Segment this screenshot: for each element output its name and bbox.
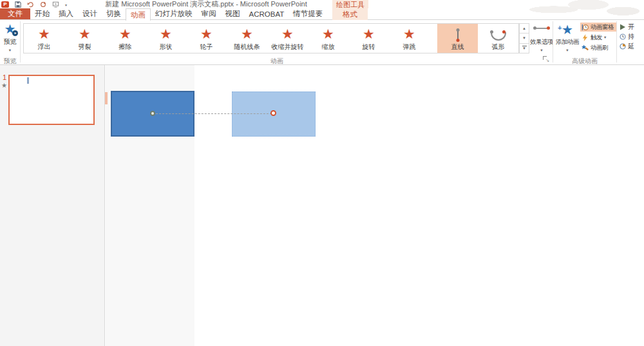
motion-path-icon <box>457 25 459 42</box>
animation-painter-icon <box>582 44 589 52</box>
animation-gallery-item-label: 劈裂 <box>79 43 91 52</box>
animation-gallery-item-label: 擦除 <box>119 43 132 52</box>
motion-path-dashed-line[interactable] <box>156 113 272 114</box>
animation-gallery-item[interactable]: 随机线条 <box>227 24 267 53</box>
ribbon-tab[interactable]: 情节提要 <box>289 8 327 19</box>
timing-control[interactable]: 持 <box>620 33 644 40</box>
ribbon-tab[interactable]: 格式 <box>332 8 368 20</box>
animation-star-icon <box>281 25 294 42</box>
timing-group-clipped: 开 持 延 <box>620 23 644 50</box>
animation-style-gallery: 浮出 劈裂 擦除 形状 轮子 随机线条 <box>23 23 519 53</box>
ribbon-tab-label: 格式 <box>343 10 357 19</box>
add-animation-button[interactable]: ★ 添加动画 ▾ <box>554 23 581 60</box>
ribbon-tab[interactable]: 设计 <box>78 8 102 19</box>
ribbon-tab-label: 视图 <box>225 9 240 19</box>
motion-path-icon <box>491 25 506 42</box>
preview-button[interactable]: ★ 预览 ▾ <box>1 22 19 55</box>
ribbon-tab-label: 幻灯片放映 <box>155 9 193 19</box>
advanced-animation-button[interactable]: 动画窗格 ▾ <box>580 23 617 32</box>
animation-gallery-item[interactable]: 收缩并旋转 <box>267 24 308 53</box>
ribbon-tab[interactable]: 动画 <box>126 8 151 21</box>
advanced-animation-button[interactable]: 触发 ▾ <box>580 33 617 42</box>
preview-star-icon: ★ <box>5 22 16 36</box>
animation-gallery-item[interactable]: 旋转 <box>348 24 389 53</box>
dropdown-arrow-icon: ▾ <box>604 35 606 39</box>
ribbon-tab[interactable]: 幻灯片放映 <box>151 8 197 19</box>
ribbon-tab[interactable]: 插入 <box>54 8 78 19</box>
animation-star-icon <box>160 25 172 42</box>
preview-group-label: 预览 <box>0 57 20 66</box>
ribbon-tab-label: 审阅 <box>202 9 216 19</box>
gallery-scroll-up-button[interactable]: ▲ <box>519 23 529 34</box>
timing-label-clipped: 持 <box>628 32 634 41</box>
title-bar: P ▾ 新建 Microsoft PowerPoint 演示文稿.pptx - … <box>0 0 644 8</box>
add-animation-label: 添加动画 <box>556 38 579 46</box>
effect-options-icon <box>535 28 549 29</box>
ribbon-tab[interactable]: 开始 <box>30 8 54 19</box>
animation-star-icon <box>79 25 91 42</box>
animation-gallery-item-label: 弹跳 <box>403 43 416 52</box>
animation-gallery-item-label: 轮子 <box>200 43 213 52</box>
motion-path-start-point[interactable] <box>150 111 155 116</box>
add-animation-dropdown-arrow-icon: ▾ <box>566 48 568 52</box>
slide-thumbnail-panel: 1 ★ <box>0 65 105 346</box>
advanced-animation-button[interactable]: 动画刷 ▾ <box>580 43 617 52</box>
contextual-tool-header: 绘图工具 <box>332 0 368 8</box>
motion-path-end-point[interactable] <box>270 110 276 116</box>
gallery-scrollbar: ▲ ▼ ▼ <box>519 23 529 53</box>
animation-star-icon <box>119 25 131 42</box>
effect-options-dropdown-arrow-icon: ▾ <box>540 48 542 52</box>
animation-gallery-item-label: 浮出 <box>38 43 51 52</box>
slide-number: 1 <box>3 73 6 81</box>
motion-path-gallery-item[interactable]: 弧形 <box>478 24 518 53</box>
animation-gallery-item[interactable]: 劈裂 <box>64 24 105 53</box>
ribbon-tab-label: 设计 <box>82 9 97 19</box>
advanced-button-label: 触发 <box>591 35 602 39</box>
ribbon-tab[interactable]: 文件 <box>0 8 30 19</box>
ribbon-animations: ★ 预览 ▾ 浮出 劈裂 擦除 形状 轮子 <box>0 20 644 65</box>
entrance-animation-list: 浮出 劈裂 擦除 形状 轮子 随机线条 <box>24 24 430 53</box>
ribbon-tab[interactable]: 视图 <box>221 8 245 19</box>
animation-gallery-item[interactable]: 擦除 <box>105 24 146 53</box>
advanced-animation-group-label: 高级动画 <box>553 57 617 66</box>
slide-animation-indicator-icon: ★ <box>1 82 7 89</box>
delay-clock-icon <box>620 43 626 50</box>
animation-star-icon <box>241 25 253 42</box>
motion-path-list: 直线 弧形 <box>437 24 518 53</box>
preview-dropdown-arrow-icon[interactable]: ▾ <box>9 48 11 52</box>
animation-gallery-item[interactable]: 弹跳 <box>389 24 430 53</box>
animation-star-icon <box>363 25 375 42</box>
gallery-more-button[interactable]: ▼ <box>519 44 529 53</box>
gallery-scroll-down-button[interactable]: ▼ <box>519 34 529 43</box>
motion-path-item-label: 弧形 <box>492 43 505 52</box>
effect-options-button[interactable]: 效果选项 ▾ <box>529 23 554 60</box>
advanced-animation-buttons: 动画窗格 ▾ 触发 ▾ 动画刷 ▾ <box>580 23 617 52</box>
thumbnail-placeholder-mark <box>27 77 29 84</box>
ribbon-tab-label: 开始 <box>35 9 50 19</box>
preview-button-label: 预览 <box>4 37 17 46</box>
effect-options-label: 效果选项 <box>530 38 553 46</box>
ribbon-tab-label: 插入 <box>59 9 73 19</box>
animation-gallery-item[interactable]: 浮出 <box>24 24 64 53</box>
ribbon-tab-label: 动画 <box>131 10 146 20</box>
animation-gallery-item-label: 缩放 <box>322 43 335 52</box>
animation-gallery-item[interactable]: 缩放 <box>308 24 348 53</box>
animation-gallery-item[interactable]: 轮子 <box>186 24 227 53</box>
slide-thumbnail[interactable] <box>8 75 95 125</box>
animation-dialog-launcher-icon[interactable] <box>543 56 549 62</box>
animation-gallery-item[interactable]: 形状 <box>146 24 186 53</box>
animation-gallery-item-label: 收缩并旋转 <box>272 43 304 52</box>
ribbon-tab-label: ACROBAT <box>249 10 285 18</box>
ribbon-tab[interactable]: ACROBAT <box>245 8 289 19</box>
add-animation-star-icon: ★ <box>562 23 573 37</box>
timing-control[interactable]: 开 <box>620 23 644 30</box>
timing-control[interactable]: 延 <box>620 43 644 50</box>
ribbon-tab-label: 文件 <box>8 9 23 19</box>
motion-path-gallery-item[interactable]: 直线 <box>437 24 478 53</box>
timing-label-clipped: 延 <box>628 42 634 51</box>
ribbon-tab[interactable]: 切换 <box>102 8 126 19</box>
ribbon-tab[interactable]: 审阅 <box>197 8 221 19</box>
animation-star-icon <box>403 25 415 42</box>
ribbon-tab-label: 切换 <box>106 9 121 19</box>
start-play-icon <box>620 24 626 30</box>
